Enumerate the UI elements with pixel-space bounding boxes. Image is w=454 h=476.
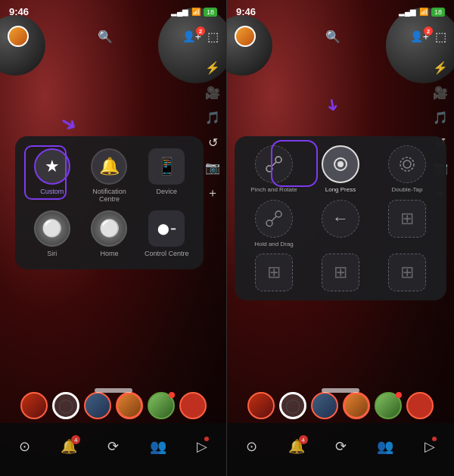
double-tap-icon	[388, 145, 426, 183]
device-icon: 📱	[148, 148, 185, 185]
left-add-friend-btn[interactable]: 👤+ 2	[182, 30, 201, 42]
menu-item-device[interactable]: 📱 Device	[141, 148, 191, 203]
left-top-bar: 🔍 👤+ 2 ⬚	[0, 23, 226, 50]
signal-icon: ▂▄▆	[171, 8, 188, 16]
empty-slot-4: ⊞	[388, 254, 426, 291]
right-tab-home[interactable]: ⊙	[246, 438, 257, 455]
right-tab-profile-badge	[432, 437, 437, 441]
right-status-icons: ▂▄▆ 📶 18	[399, 8, 445, 17]
right-story-6[interactable]	[406, 392, 434, 419]
right-story-2[interactable]: ◯	[279, 392, 306, 419]
left-story-bar: ◯	[0, 392, 226, 419]
tab-friends[interactable]: 👥	[150, 438, 166, 455]
left-badge: 2	[196, 26, 205, 36]
right-tab-bar: ⊙ 🔔 4 ⟳ 👥 ▷	[227, 423, 454, 476]
right-story-3[interactable]	[311, 392, 338, 419]
right-time: 9:46	[236, 6, 256, 17]
right-status-bar: 9:46 ▂▄▆ 📶 18	[227, 6, 454, 17]
home-label: Home	[100, 250, 118, 257]
gesture-empty-3: ⊞	[310, 254, 371, 291]
siri-icon: ⚪	[34, 210, 70, 247]
left-menu-grid: ★ Custom 🔔 Notification Centre 📱 Device …	[27, 148, 191, 257]
notification-icon: 🔔	[91, 148, 127, 185]
device-label: Device	[156, 188, 177, 195]
story-1[interactable]	[20, 392, 48, 419]
right-scan-icon[interactable]: ⬚	[435, 30, 446, 44]
story-5[interactable]	[148, 392, 175, 419]
menu-item-siri[interactable]: ⚪ Siri	[27, 210, 77, 257]
side-loop-icon[interactable]: ↺	[205, 135, 220, 150]
right-tab-profile[interactable]: ▷	[424, 438, 435, 455]
left-tab-bar: ⊙ 🔔 4 ⟳ 👥 ▷	[0, 423, 226, 476]
hold-drag-icon	[255, 200, 293, 238]
right-story-5[interactable]	[375, 392, 402, 419]
menu-item-control[interactable]: ⬤ ━ Control Centre	[141, 210, 191, 257]
right-avatar[interactable]	[235, 26, 256, 47]
story-badge	[169, 392, 175, 398]
tab-notifications[interactable]: 🔔 4	[61, 438, 77, 455]
right-tab-camera[interactable]: ⟳	[335, 438, 347, 455]
right-signal-icon: ▂▄▆	[399, 8, 416, 16]
right-story-1[interactable]	[247, 392, 275, 419]
left-avatar[interactable]	[8, 26, 29, 47]
tab-camera[interactable]: ⟳	[107, 438, 119, 455]
right-tab-friends[interactable]: 👥	[377, 438, 393, 455]
story-4[interactable]	[116, 392, 143, 419]
gesture-hold-drag[interactable]: Hold and Drag	[244, 200, 304, 248]
double-tap-label: Double-Tap	[392, 186, 423, 194]
right-search-icon[interactable]: 🔍	[325, 30, 340, 44]
right-add-friend-btn[interactable]: 👤+ 2	[410, 30, 429, 42]
story-3[interactable]	[84, 392, 111, 419]
left-search-icon[interactable]: 🔍	[98, 30, 113, 44]
side-video-icon[interactable]: 🎥	[205, 86, 220, 100]
tab-home[interactable]: ⊙	[19, 438, 30, 455]
svg-point-4	[400, 157, 414, 171]
right-music-icon[interactable]: 🎵	[433, 110, 448, 125]
right-battery-icon: 18	[431, 8, 445, 17]
right-badge: 2	[424, 26, 433, 36]
gesture-back[interactable]: ←	[310, 200, 371, 248]
side-plus-icon[interactable]: ＋	[205, 185, 220, 201]
svg-point-1	[275, 157, 281, 163]
side-camera-icon[interactable]: 📷	[205, 160, 220, 175]
tab-profile[interactable]: ▷	[197, 438, 207, 455]
custom-highlight	[24, 145, 67, 200]
menu-item-custom[interactable]: ★ Custom	[27, 148, 77, 203]
gesture-pinch-rotate[interactable]: Pinch and Rotate	[244, 145, 304, 194]
left-status-bar: 9:46 ▂▄▆ 📶 18	[0, 6, 226, 17]
control-icon: ⬤ ━	[148, 210, 185, 247]
left-scan-icon[interactable]: ⬚	[207, 30, 219, 44]
left-top-right: 👤+ 2 ⬚	[182, 30, 219, 44]
gesture-empty-4: ⊞	[377, 254, 437, 291]
side-music-icon[interactable]: 🎵	[205, 110, 220, 125]
hold-drag-label: Hold and Drag	[254, 241, 294, 248]
right-flash-icon[interactable]: ⚡	[433, 61, 448, 75]
long-press-icon	[322, 145, 359, 183]
gesture-empty-1: ⊞	[377, 200, 437, 248]
control-label: Control Centre	[145, 250, 189, 257]
right-video-icon[interactable]: 🎥	[433, 86, 448, 100]
gesture-long-press[interactable]: Long Press	[310, 145, 371, 194]
menu-item-notification[interactable]: 🔔 Notification Centre	[85, 148, 135, 203]
right-story-4[interactable]	[343, 392, 370, 419]
svg-point-3	[337, 161, 344, 167]
right-story-bar: ◯	[227, 392, 454, 419]
back-icon: ←	[322, 200, 359, 238]
menu-item-home[interactable]: ⚪ Home	[85, 210, 135, 257]
svg-point-0	[266, 166, 272, 172]
right-tab-notifications[interactable]: 🔔 4	[288, 438, 305, 455]
left-status-icons: ▂▄▆ 📶 18	[171, 8, 217, 17]
story-6[interactable]	[179, 392, 207, 419]
gesture-double-tap[interactable]: Double-Tap	[377, 145, 437, 194]
right-panel: 9:46 ▂▄▆ 📶 18 🔍 👤+ 2 ⬚ ⚡ 🎥 🎵 ↺ 📷 ＋ ➜	[227, 0, 454, 476]
side-flash-icon[interactable]: ⚡	[205, 61, 220, 75]
left-snap-indicator	[95, 388, 132, 393]
left-panel: 9:46 ▂▄▆ 📶 18 🔍 👤+ 2 ⬚ ⚡ 🎥 🎵 ↺ 📷 ＋ ➜	[0, 0, 227, 476]
right-snap-indicator	[322, 388, 359, 393]
wifi-icon: 📶	[191, 8, 201, 16]
left-time: 9:46	[9, 6, 29, 17]
gesture-row-1: Pinch and Rotate Long Press	[244, 145, 437, 194]
story-2[interactable]: ◯	[52, 392, 79, 419]
notification-label: Notification Centre	[85, 188, 135, 203]
svg-point-6	[266, 220, 272, 226]
